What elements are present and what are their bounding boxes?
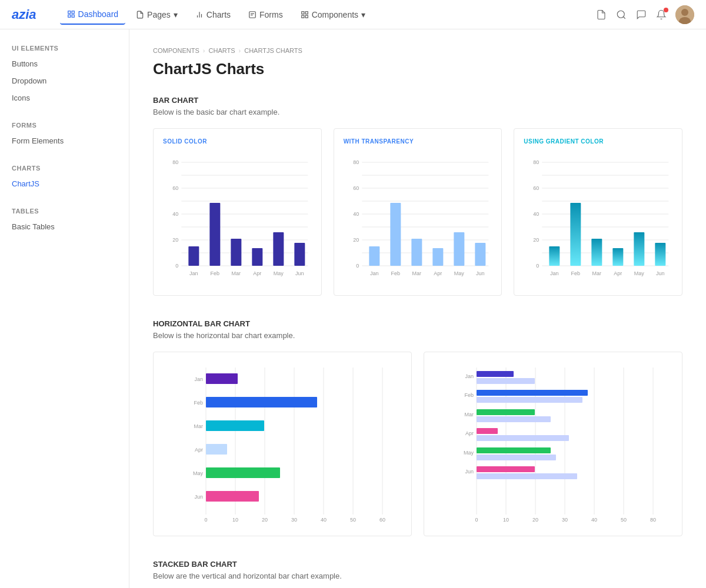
svg-text:80: 80 [353, 159, 359, 165]
svg-rect-145 [477, 416, 551, 422]
svg-text:Mar: Mar [465, 412, 474, 417]
svg-rect-139 [477, 378, 535, 384]
svg-text:60: 60 [379, 517, 385, 523]
svg-rect-1 [72, 11, 74, 13]
svg-rect-154 [477, 473, 577, 479]
nav-charts[interactable]: Charts [188, 5, 238, 24]
svg-text:Mar: Mar [194, 423, 204, 429]
svg-text:Jan: Jan [550, 270, 559, 276]
nav-items: Dashboard Pages ▾ Charts Forms Component… [60, 5, 595, 25]
svg-rect-86 [571, 203, 581, 266]
svg-rect-12 [301, 15, 304, 18]
bar-chart-icon [195, 11, 204, 19]
svg-rect-112 [206, 373, 238, 384]
svg-text:Jun: Jun [295, 270, 304, 276]
svg-rect-60 [390, 203, 401, 266]
stacked-bar-chart-section: STACKED BAR CHART Below are the vertical… [153, 560, 682, 588]
sidebar-item-form-elements[interactable]: Form Elements [0, 132, 129, 149]
nav-dashboard[interactable]: Dashboard [60, 5, 126, 25]
svg-text:0: 0 [356, 263, 359, 269]
svg-rect-11 [305, 11, 308, 14]
bar-chart-transparent: WITH TRANSPARENCY 80 60 40 [334, 128, 502, 296]
svg-text:30: 30 [562, 517, 568, 523]
search-icon[interactable] [615, 9, 627, 21]
svg-text:40: 40 [591, 517, 597, 523]
svg-rect-87 [592, 239, 602, 266]
sidebar-section-charts: CHARTS ChartJS [0, 161, 129, 192]
sidebar-item-basic-tables[interactable]: Basic Tables [0, 218, 129, 235]
svg-text:May: May [193, 470, 204, 476]
svg-rect-3 [72, 15, 74, 17]
svg-text:Apr: Apr [614, 270, 622, 276]
svg-text:80: 80 [534, 159, 540, 165]
svg-text:Jan: Jan [189, 270, 198, 276]
sidebar-item-chartjs[interactable]: ChartJS [0, 175, 129, 192]
horizontal-bar-single: 0 10 20 30 40 50 60 Jan Feb [153, 352, 412, 536]
nav-components[interactable]: Components ▾ [294, 5, 372, 24]
svg-text:60: 60 [172, 185, 178, 191]
svg-rect-62 [432, 248, 443, 266]
svg-text:30: 30 [291, 517, 297, 523]
svg-text:May: May [454, 270, 464, 276]
bar-chart-solid: SOLID COLOR 80 60 [153, 128, 322, 296]
svg-text:40: 40 [534, 211, 540, 217]
svg-text:Feb: Feb [194, 400, 203, 406]
svg-rect-89 [634, 232, 645, 266]
svg-rect-10 [301, 11, 304, 14]
notification-dot [664, 8, 668, 12]
solid-bar-chart-svg: 80 60 40 20 0 Jan [163, 151, 312, 286]
svg-text:Jan: Jan [194, 376, 203, 382]
svg-text:Feb: Feb [464, 392, 474, 398]
svg-text:0: 0 [537, 263, 540, 269]
document-icon[interactable] [595, 9, 607, 21]
notification-bell-icon[interactable] [655, 9, 667, 21]
svg-rect-118 [206, 444, 227, 455]
svg-rect-33 [188, 246, 199, 266]
svg-rect-38 [294, 243, 305, 266]
sidebar-section-forms: FORMS Form Elements [0, 118, 129, 149]
horizontal-bar-chart-grid: 0 10 20 30 40 50 60 Jan Feb [153, 352, 682, 536]
svg-text:40: 40 [321, 517, 327, 523]
svg-text:Jun: Jun [476, 270, 485, 276]
svg-text:Feb: Feb [571, 270, 581, 276]
sidebar: UI ELEMENTS Buttons Dropdown Icons FORMS… [0, 29, 129, 588]
hbar-multi-svg: 0 10 20 30 40 50 80 Jan Feb [434, 362, 672, 526]
svg-text:10: 10 [503, 517, 509, 523]
breadcrumb-sep-2: › [239, 47, 241, 54]
nav-icon-area [595, 5, 694, 24]
svg-rect-138 [477, 371, 514, 377]
nav-forms[interactable]: Forms [241, 5, 290, 24]
chat-icon[interactable] [635, 9, 647, 21]
sidebar-item-buttons[interactable]: Buttons [0, 55, 129, 72]
nav-pages[interactable]: Pages ▾ [129, 5, 185, 24]
hbar-single-svg: 0 10 20 30 40 50 60 Jan Feb [163, 362, 402, 526]
svg-text:Jun: Jun [656, 270, 665, 276]
user-avatar[interactable] [675, 5, 694, 24]
svg-rect-59 [369, 246, 379, 266]
svg-rect-144 [477, 409, 535, 415]
grid-icon [301, 11, 309, 19]
svg-text:50: 50 [621, 517, 627, 523]
svg-text:Mar: Mar [412, 270, 421, 276]
sidebar-item-dropdown[interactable]: Dropdown [0, 72, 129, 89]
svg-text:20: 20 [532, 517, 538, 523]
svg-rect-90 [655, 243, 666, 266]
svg-rect-151 [477, 455, 556, 460]
form-icon [248, 11, 257, 19]
svg-text:40: 40 [353, 211, 359, 217]
svg-rect-36 [252, 248, 262, 266]
svg-rect-153 [477, 466, 535, 472]
svg-text:Jan: Jan [465, 373, 474, 379]
svg-rect-122 [206, 491, 259, 502]
file-icon [136, 11, 144, 19]
top-navigation: azia Dashboard Pages ▾ Charts Forms Comp… [0, 0, 706, 29]
brand-logo[interactable]: azia [12, 7, 36, 22]
horizontal-bar-chart-section: HORIZONTAL BAR CHART Below is the horizo… [153, 319, 682, 536]
svg-text:40: 40 [172, 211, 178, 217]
svg-text:80: 80 [172, 159, 178, 165]
svg-rect-116 [206, 420, 264, 431]
sidebar-item-icons[interactable]: Icons [0, 89, 129, 106]
svg-rect-63 [454, 232, 464, 266]
main-content: COMPONENTS › CHARTS › CHARTJS CHARTS Cha… [129, 29, 706, 588]
svg-text:80: 80 [650, 517, 656, 523]
